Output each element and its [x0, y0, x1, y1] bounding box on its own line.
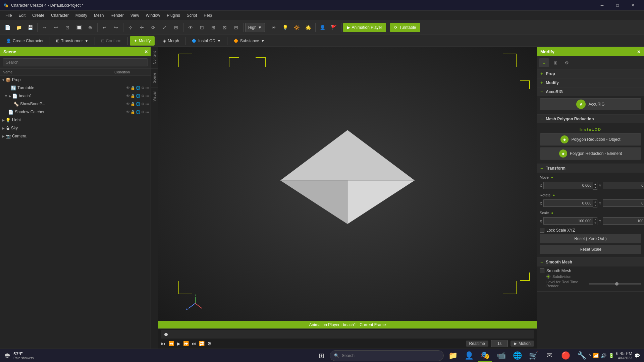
instalod-btn[interactable]: 🔷 InstaLOD ▼: [187, 36, 225, 46]
sun-btn[interactable]: ☀: [269, 22, 279, 33]
transformer-btn[interactable]: ⊞ Transformer ▼: [52, 36, 93, 46]
accurig-btn[interactable]: A AccuRIG: [540, 98, 641, 110]
conform-btn[interactable]: ⊡ Conform: [97, 36, 125, 46]
tree-row-showbone[interactable]: 🦴 ShowBoneP... 👁 🔒 🌐 ⚙ •••: [0, 100, 151, 108]
scl-x-input[interactable]: [543, 217, 593, 225]
view4-btn[interactable]: ⊠: [219, 22, 230, 33]
frame-input[interactable]: 1s: [491, 340, 508, 347]
view1-btn[interactable]: 👁: [185, 22, 196, 33]
save-btn[interactable]: 💾: [25, 22, 36, 33]
skip-end-btn[interactable]: ⏭: [192, 341, 196, 346]
lock-icon[interactable]: 🔒: [130, 102, 135, 106]
modify-btn[interactable]: ✦ Modify: [130, 36, 155, 46]
menu-help[interactable]: Help: [200, 12, 215, 19]
scene-search-input[interactable]: [3, 58, 148, 66]
globe-icon[interactable]: 🌐: [136, 86, 141, 90]
new-btn[interactable]: 📄: [2, 22, 13, 33]
menu-plugins[interactable]: Plugins: [163, 12, 183, 19]
tree-row-camera[interactable]: ▶ 📷 Camera: [0, 132, 151, 140]
turntable-btn[interactable]: ⟳ Turntable: [390, 23, 420, 32]
next-btn[interactable]: ⏩: [183, 341, 189, 346]
menu-render[interactable]: Render: [107, 12, 127, 19]
lock-scale-checkbox[interactable]: [540, 228, 544, 233]
more-icon[interactable]: •••: [145, 110, 149, 114]
menu-icon[interactable]: ⚙: [141, 86, 145, 90]
skip-start-btn[interactable]: ⏮: [161, 341, 166, 346]
view3-btn[interactable]: ⊞: [208, 22, 219, 33]
select-btn[interactable]: ⊹: [125, 22, 136, 33]
taskbar-search-box[interactable]: 🔍 Search: [330, 350, 444, 361]
tab-grid-btn[interactable]: ⊞: [550, 58, 560, 67]
content-tab[interactable]: Content: [151, 47, 158, 68]
light1-btn[interactable]: 💡: [280, 22, 291, 33]
open-btn[interactable]: 📁: [13, 22, 24, 33]
globe-icon[interactable]: 🌐: [136, 94, 141, 98]
light3-btn[interactable]: 🌟: [303, 22, 314, 33]
tree-row-sky[interactable]: ▶ 🌤 Sky: [0, 124, 151, 132]
menu-script[interactable]: Script: [183, 12, 201, 19]
right-panel-close-icon[interactable]: ✕: [637, 49, 641, 54]
move-y-input[interactable]: [603, 182, 644, 189]
prev-btn[interactable]: ⏪: [168, 341, 174, 346]
smooth-mesh-section-header[interactable]: − Smooth Mesh: [537, 258, 644, 266]
visibility-icon[interactable]: 👁: [126, 110, 130, 114]
tool4-btn[interactable]: 🔲: [73, 22, 84, 33]
move-x-spinner[interactable]: ▲▼: [593, 182, 597, 190]
close-button[interactable]: ✕: [625, 0, 641, 11]
timeline-thumb[interactable]: [164, 333, 168, 336]
play-btn[interactable]: ▶: [177, 341, 180, 346]
move-btn[interactable]: ✛: [137, 22, 147, 33]
scene-tab[interactable]: Scene: [151, 68, 158, 87]
menu-view[interactable]: View: [127, 12, 143, 19]
light2-btn[interactable]: 🔆: [291, 22, 302, 33]
tool3-btn[interactable]: ⊡: [62, 22, 73, 33]
globe-icon[interactable]: 🌐: [136, 102, 141, 106]
tool1-btn[interactable]: ↔: [39, 22, 50, 33]
taskbar-app-tool[interactable]: 🔧: [575, 349, 589, 362]
tree-row-beach1[interactable]: ▼ ▶ 📄 beach1 👁 🔒 🌐 ⚙ •••: [0, 92, 151, 100]
tool5-btn[interactable]: ⊕: [85, 22, 96, 33]
lock-icon[interactable]: 🔒: [130, 86, 135, 90]
sys-arrow-icon[interactable]: ^: [589, 353, 591, 358]
rot-x-spinner[interactable]: ▲▼: [593, 199, 597, 207]
lock-icon[interactable]: 🔒: [130, 110, 135, 114]
polygon-reduction-object-btn[interactable]: ◈ Polygon Reduction - Object: [540, 133, 641, 145]
mesh-polygon-section-header[interactable]: − Mesh Polygon Reduction: [537, 115, 644, 123]
more-icon[interactable]: •••: [145, 102, 149, 106]
transform-section-header[interactable]: − Transform: [537, 164, 644, 173]
modify-section-header[interactable]: + Modify: [537, 78, 644, 87]
volume-icon[interactable]: 🔊: [601, 353, 606, 358]
realtime-btn[interactable]: Realtime: [466, 341, 488, 347]
network-icon[interactable]: 📶: [593, 353, 599, 358]
reset-scale-btn[interactable]: Reset Scale: [540, 245, 641, 254]
expand-light-icon[interactable]: ▶: [1, 118, 5, 122]
menu-window[interactable]: Window: [143, 12, 164, 19]
scl-y-input[interactable]: [603, 217, 644, 225]
loop-btn[interactable]: 🔁: [199, 341, 205, 346]
menu-icon[interactable]: ⚙: [141, 102, 145, 106]
globe-icon[interactable]: 🌐: [136, 110, 141, 114]
menu-mesh[interactable]: Mesh: [91, 12, 107, 19]
polygon-reduction-element-btn[interactable]: ◈ Polygon Reduction - Element: [540, 147, 641, 160]
subdivision-radio[interactable]: [546, 275, 550, 279]
prop-section-header[interactable]: + Prop: [537, 69, 644, 78]
redo-btn[interactable]: ↪: [111, 22, 121, 33]
tab-lines-btn[interactable]: ≡: [539, 58, 549, 67]
universal-btn[interactable]: ⊞: [171, 22, 181, 33]
reset-zero-btn[interactable]: Reset ( Zero Out ): [540, 234, 641, 243]
tab-settings-btn[interactable]: ⚙: [562, 58, 572, 67]
notification-icon[interactable]: 💬: [634, 353, 640, 358]
rot-y-input[interactable]: [603, 199, 644, 207]
menu-icon[interactable]: ⚙: [141, 110, 145, 114]
taskbar-app-store[interactable]: 🛒: [526, 349, 540, 362]
menu-icon[interactable]: ⚙: [141, 94, 145, 98]
visual-tab[interactable]: Visual: [151, 87, 158, 106]
battery-icon[interactable]: 🔋: [608, 353, 614, 358]
start-button[interactable]: ⊞: [315, 349, 328, 362]
menu-modify[interactable]: Modify: [72, 12, 91, 19]
expand-prop-icon[interactable]: ▼: [1, 78, 5, 82]
visibility-icon[interactable]: 👁: [126, 102, 130, 106]
tree-row-shadow[interactable]: 📄 Shadow Catcher 👁 🔒 🌐 ⚙ •••: [0, 108, 151, 116]
view5-btn[interactable]: ⊟: [231, 22, 241, 33]
smooth-mesh-checkbox[interactable]: [540, 268, 544, 273]
